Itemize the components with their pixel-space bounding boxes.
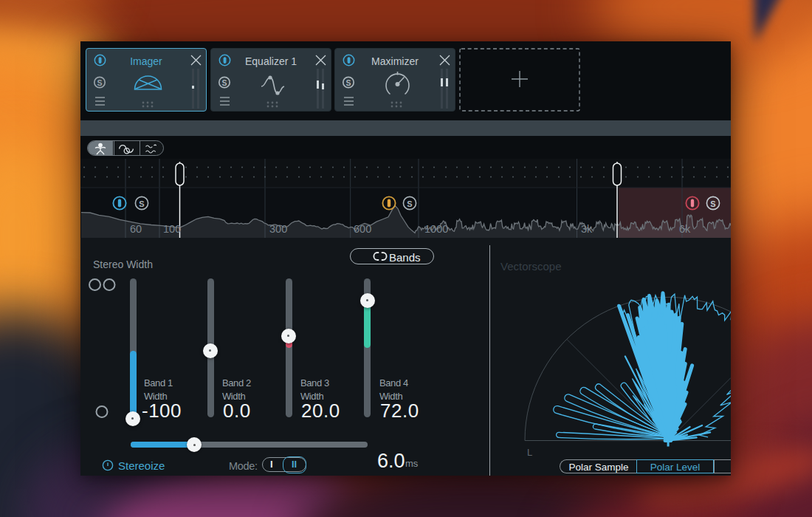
svg-text:S: S xyxy=(345,78,351,87)
svg-text:S: S xyxy=(97,78,102,87)
svg-text:S: S xyxy=(407,199,412,208)
svg-text:S: S xyxy=(710,199,715,208)
svg-text:S: S xyxy=(139,199,144,208)
svg-text:S: S xyxy=(221,78,227,87)
